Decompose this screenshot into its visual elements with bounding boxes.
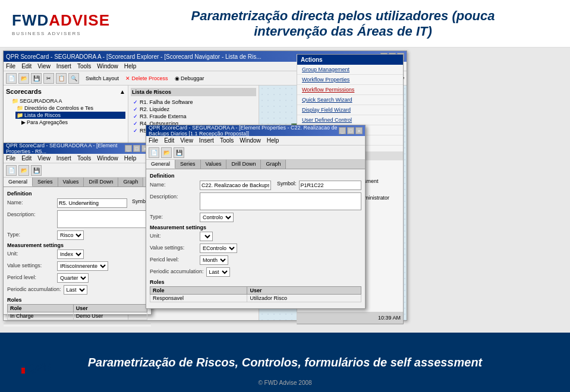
symbol-input-2[interactable] [299,181,361,190]
menu-window-2[interactable]: Window [240,137,261,144]
desc-input-1[interactable] [57,210,147,228]
tab-series-1[interactable]: Series [33,178,58,186]
action-group-mgmt[interactable]: Group Management [297,65,403,75]
menu-insert[interactable]: Insert [56,63,71,69]
nav-item-r1[interactable]: ✓ R1. Falha de Software [131,99,256,106]
valset-select-2[interactable]: EControlo [200,244,237,253]
toolbar-switch-layout[interactable]: Switch Layout [86,75,119,81]
valset-select-1[interactable]: IRiscoInnerente [57,261,108,271]
unit-row-2: Unit: [150,232,361,241]
menu-file-1[interactable]: File [6,155,15,162]
type-select-2[interactable]: Controlo [200,213,234,222]
menu-insert-1[interactable]: Insert [56,155,71,162]
periodic-row-1: Periodic accumulation: Last [7,285,147,295]
qpr-bars [12,363,25,374]
period-select-1[interactable]: Quarter [57,273,89,283]
elem-props-1-menubar: File Edit View Insert Tools Window Help [4,154,151,163]
periodic-select-2[interactable]: Last [206,267,230,277]
elem-props-2-minimize[interactable]: _ [339,127,346,134]
unit-select-1[interactable]: Index [57,249,84,259]
tab-graph-2[interactable]: Graph [261,160,286,169]
logo-fwd-text: FWD [12,11,49,30]
periodic-select-1[interactable]: Last [64,285,87,295]
tb-icon-b2[interactable]: 📂 [161,147,172,158]
elem-props-1-buttons[interactable]: _ □ × [125,145,149,152]
nav-item-r2[interactable]: ✓ R2. Liquidez [131,106,256,113]
menu-view-2[interactable]: View [180,137,193,144]
desc-input-2[interactable] [200,192,361,210]
elem-props-2-close[interactable]: × [355,127,363,134]
tree-item-seguradora[interactable]: 📁 SEGURADORA A [11,97,125,105]
toolbar-icon-3[interactable]: 💾 [31,73,42,84]
menu-help-1[interactable]: Help [124,155,137,162]
menu-file-2[interactable]: File [149,137,158,144]
menu-help[interactable]: Help [124,63,137,69]
action-quick-search[interactable]: Quick Search Wizard [297,95,403,105]
tab-graph-1[interactable]: Graph [118,178,143,186]
elem-props-1-maximize[interactable]: □ [133,145,140,152]
tb-icon-b1[interactable]: 📄 [149,147,159,158]
menu-tools[interactable]: Tools [77,63,91,69]
folder-icon-3: 📁 [17,112,23,118]
tree-item-lista-riscos[interactable]: 📁 Lista de Riscos [15,112,125,119]
elem-props-2-buttons[interactable]: _ □ × [339,127,363,134]
tb-icon-a2[interactable]: 📂 [18,165,29,176]
role-cell-1: In Charge [8,312,74,320]
nav-item-r3[interactable]: ✓ R3. Fraude Externa [131,113,256,120]
toolbar-icon-2[interactable]: 📂 [18,73,29,84]
action-display-field[interactable]: Display Field Wizard [297,105,403,115]
menu-file[interactable]: File [6,63,15,69]
statusbar-left-1: Connected to M... [6,326,48,327]
tb-icon-b3[interactable]: 💾 [174,147,184,158]
tab-values-1[interactable]: Values [58,178,84,186]
menu-edit-1[interactable]: Edit [21,155,32,162]
tree-collapse-icon[interactable]: ▲ [119,88,125,95]
clock: 10:39 AM [378,315,401,321]
menu-tools-2[interactable]: Tools [220,137,234,144]
menu-tools-1[interactable]: Tools [77,155,91,162]
elem-props-window-2: QPR ScoreCard - SEGURADORA A - [Element … [146,125,366,309]
period-select-2[interactable]: Month [200,255,228,265]
desc-label-1: Description: [7,210,55,217]
toolbar-icon-1[interactable]: 📄 [6,73,17,84]
menu-help-2[interactable]: Help [267,137,279,144]
toolbar-debuggar[interactable]: ◉ Debuggar [175,75,204,81]
unit-select-2[interactable] [200,232,213,241]
menu-edit[interactable]: Edit [21,63,32,69]
measurement-header-2: Measurement settings [150,225,361,230]
type-select-1[interactable]: Risco [57,230,84,240]
menu-view-1[interactable]: View [37,155,51,162]
tab-series-2[interactable]: Series [175,160,201,169]
elem-props-1-minimize[interactable]: _ [125,145,132,152]
menu-insert-2[interactable]: Insert [199,137,214,144]
system-tray: 10:39 AM [297,312,403,324]
menu-window-1[interactable]: Window [97,155,118,162]
tab-general-2[interactable]: General [146,160,175,169]
action-workflow-props[interactable]: Workflow Properties [297,75,403,85]
menu-view[interactable]: View [37,63,51,69]
tab-drilldown-2[interactable]: Drill Down [226,160,261,169]
footer: QPR Parametrização de Riscos, Controlos,… [0,333,570,392]
action-workflow-perms[interactable]: Workflow Permissions [297,85,403,95]
tree-item-directorio[interactable]: 📁 Directório de Controlos e Tes [15,105,125,112]
qpr-bar-3 [21,368,25,374]
menu-window[interactable]: Window [97,63,118,69]
action-user-defined[interactable]: User Defined Control [297,115,403,125]
name-input-1[interactable] [57,198,127,208]
name-input-2[interactable] [200,181,271,190]
menu-edit-2[interactable]: Edit [164,137,174,144]
toolbar-icon-5[interactable]: 📋 [56,73,67,84]
roles-thead-row-1: Role User [8,305,147,312]
toolbar-icon-6[interactable]: 🔍 [68,73,79,84]
table-row[interactable]: In Charge Demo User [8,312,147,320]
table-row-2[interactable]: Responsavel Utilizador Risco [150,295,361,302]
toolbar-delete-process[interactable]: ✕ Delete Process [125,75,168,81]
tb-icon-a3[interactable]: 💾 [31,165,42,176]
tree-item-agregacoes[interactable]: ▶ Para Agregações [20,119,125,126]
tab-values-2[interactable]: Values [201,160,227,169]
tb-icon-a1[interactable]: 📄 [6,165,17,176]
tab-drilldown-1[interactable]: Drill Down [84,178,118,186]
toolbar-icon-4[interactable]: ✂ [43,73,54,84]
tab-general-1[interactable]: General [4,178,33,186]
elem-props-2-maximize[interactable]: □ [347,127,354,134]
